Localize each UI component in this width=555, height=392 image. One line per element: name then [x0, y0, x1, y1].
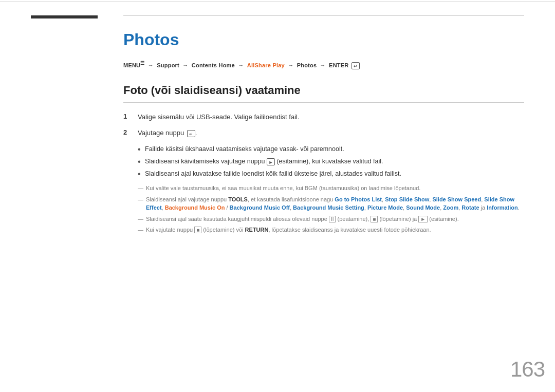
- note-item-4: — Kui vajutate nuppu ■ (lõpetamine) või …: [138, 226, 524, 234]
- bullet-text-3: Slaidiseansi ajal kuvatakse failide loen…: [145, 169, 401, 179]
- page-number: 163: [510, 357, 545, 382]
- note-item-3: — Slaidiseansi ajal saate kasutada kaugj…: [138, 215, 524, 223]
- step-1: 1 Valige sisemälu või USB-seade. Valige …: [123, 112, 524, 122]
- breadcrumb-arrow-3: →: [238, 62, 246, 68]
- note-text-3: Slaidiseansi ajal saate kasutada kaugjuh…: [146, 215, 459, 223]
- bullet-item-1: • Failide käsitsi ükshaaval vaatamiseks …: [138, 144, 524, 154]
- note-item-1: — Kui valite vale taustamuusika, ei saa …: [138, 184, 524, 193]
- bullet-item-2: • Slaidiseansi käivitamiseks vajutage nu…: [138, 157, 524, 166]
- breadcrumb-support: Support: [157, 62, 179, 68]
- note-item-2: — Slaidiseansi ajal vajutage nuppu TOOLS…: [138, 195, 524, 212]
- breadcrumb-arrow-4: →: [288, 62, 295, 68]
- step-2: 2 Vajutage nuppu ↵.: [123, 128, 524, 138]
- breadcrumb-contents-home: Contents Home: [192, 62, 235, 68]
- note-text-2: Slaidiseansi ajal vajutage nuppu TOOLS, …: [146, 195, 524, 212]
- bullet-item-3: • Slaidiseansi ajal kuvatakse failide lo…: [138, 169, 524, 179]
- bullet-dot-2: •: [138, 157, 145, 166]
- breadcrumb: MENU☰ → Support → Contents Home → AllSha…: [123, 61, 524, 69]
- bullet-text-2: Slaidiseansi käivitamiseks vajutage nupp…: [145, 157, 383, 166]
- enter-icon: ↵: [351, 62, 360, 69]
- bullet-dot-1: •: [138, 144, 145, 154]
- play-icon: ►: [267, 158, 275, 165]
- top-rule: [123, 15, 524, 16]
- step-2-number: 2: [123, 128, 138, 136]
- step-2-text: Vajutage nuppu ↵.: [138, 128, 197, 138]
- note-dash-4: —: [138, 226, 146, 234]
- breadcrumb-arrow-5: →: [320, 62, 328, 68]
- section-title: Foto (või slaidiseansi) vaatamine: [123, 84, 524, 103]
- step-1-text: Valige sisemälu või USB-seade. Valige fa…: [138, 112, 300, 122]
- note-text-1: Kui valite vale taustamuusika, ei saa mu…: [146, 184, 420, 193]
- breadcrumb-arrow-1: →: [148, 62, 156, 68]
- note-dash-3: —: [138, 215, 146, 223]
- bullet-dot-3: •: [138, 169, 145, 179]
- top-bar: [0, 0, 555, 2]
- breadcrumb-menu-label: MENU☰: [123, 62, 145, 68]
- breadcrumb-arrow-2: →: [182, 62, 190, 68]
- main-content: Photos MENU☰ → Support → Contents Home →…: [123, 15, 524, 371]
- step-1-number: 1: [123, 112, 138, 120]
- enter-icon-2: ↵: [187, 130, 195, 137]
- breadcrumb-allshare: AllShare Play: [247, 62, 285, 68]
- notes-list: — Kui valite vale taustamuusika, ei saa …: [138, 184, 524, 234]
- note-dash-2: —: [138, 195, 146, 204]
- breadcrumb-enter: ENTER ↵: [329, 62, 360, 68]
- bullet-text-1: Failide käsitsi ükshaaval vaatamiseks va…: [145, 144, 344, 154]
- sidebar-accent: [31, 15, 98, 18]
- page-title: Photos: [123, 30, 524, 49]
- note-text-4: Kui vajutate nuppu ■ (lõpetamine) või RE…: [146, 226, 431, 234]
- note-dash-1: —: [138, 184, 146, 193]
- bullet-list: • Failide käsitsi ükshaaval vaatamiseks …: [138, 144, 524, 179]
- breadcrumb-photos: Photos: [297, 62, 317, 68]
